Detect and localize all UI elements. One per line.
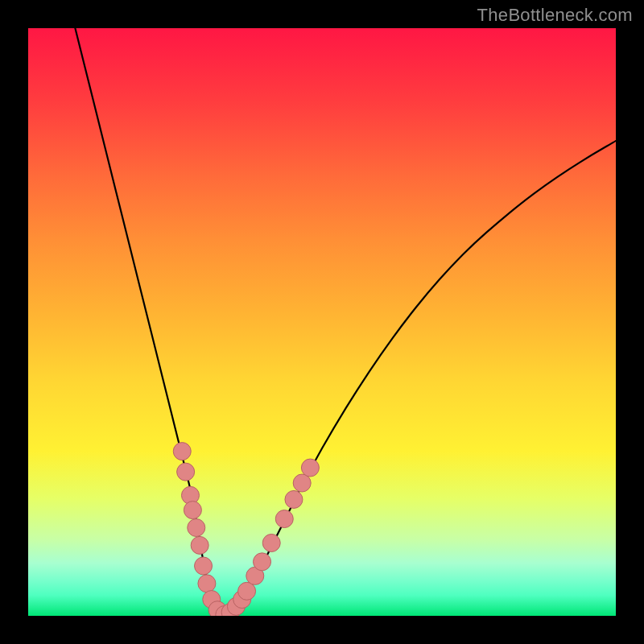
chart-frame: TheBottleneck.com (0, 0, 644, 644)
curve-marker (188, 519, 205, 537)
curve-marker (198, 575, 216, 592)
curve-marker (195, 557, 213, 575)
curve-marker (177, 463, 195, 481)
curve-marker (246, 567, 264, 584)
curve-marker (233, 591, 251, 609)
curve-marker (191, 536, 208, 554)
plot-area (28, 28, 616, 616)
curve-layer (28, 28, 616, 616)
curve-marker (221, 604, 239, 616)
curve-marker (275, 510, 293, 528)
curve-marker (254, 553, 271, 571)
curve-marker (262, 534, 280, 551)
curve-marker (184, 502, 201, 519)
curve-marker (227, 597, 245, 615)
curve-marker (238, 582, 256, 600)
curve-marker (301, 459, 319, 477)
curve-marker (293, 474, 311, 492)
curve-marker (203, 591, 221, 609)
curve-markers (173, 443, 319, 616)
curve-marker (173, 443, 191, 460)
curve-marker (285, 490, 303, 508)
curve-marker (208, 601, 226, 616)
curve-marker (181, 486, 199, 504)
bottleneck-curve (75, 28, 616, 615)
watermark-text: TheBottleneck.com (477, 5, 633, 26)
curve-marker (216, 606, 233, 616)
